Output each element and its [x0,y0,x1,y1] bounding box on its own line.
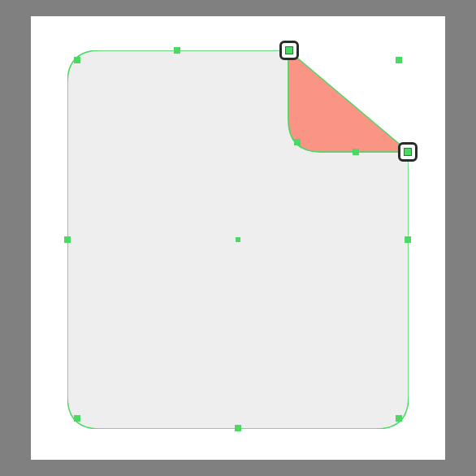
handle-right-mid[interactable] [405,236,411,243]
handle-bottom-left[interactable] [74,415,80,422]
handle-bottom-mid[interactable] [235,425,241,431]
handle-bottom-right[interactable] [396,415,402,422]
anchor-inner-icon [285,46,293,54]
handle-fold-inner[interactable] [294,139,301,145]
center-point[interactable] [236,237,240,242]
anchor-fold-right[interactable] [398,142,418,162]
anchor-fold-top[interactable] [279,41,299,60]
anchor-inner-icon [404,148,412,156]
handle-top-right[interactable] [396,57,402,63]
canvas[interactable] [31,16,445,460]
artboard[interactable] [31,16,445,460]
document-fold-path[interactable] [288,50,409,152]
handle-top-left[interactable] [74,57,80,63]
handle-top-mid[interactable] [174,47,180,54]
handle-fold-bottom-mid[interactable] [353,149,359,155]
handle-left-mid[interactable] [64,236,71,243]
